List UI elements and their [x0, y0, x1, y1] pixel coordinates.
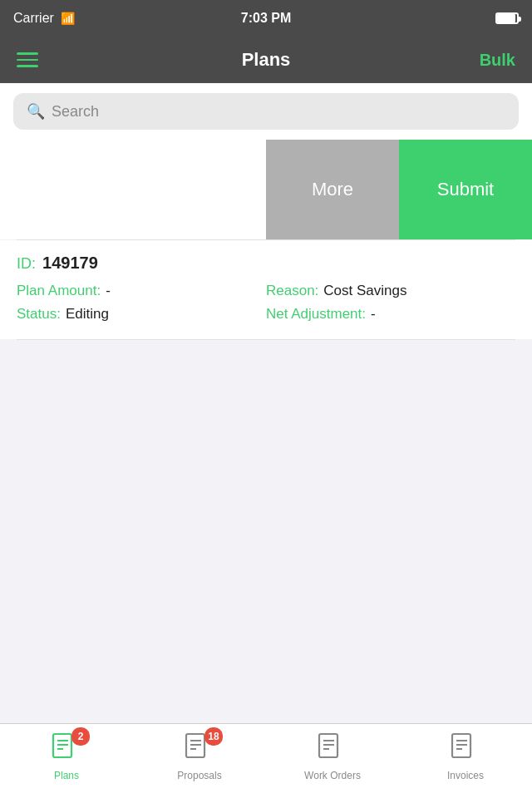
search-icon: 🔍 — [27, 102, 45, 121]
tab-work-orders[interactable]: Work Orders — [266, 732, 399, 781]
status-bar-time: 7:03 PM — [241, 11, 291, 26]
work-orders-doc-icon — [318, 732, 344, 764]
status-item: Status: Editing — [17, 306, 266, 323]
plans-icon-wrap: 2 — [52, 732, 81, 766]
proposals-tab-label: Proposals — [177, 770, 221, 781]
plans-badge: 2 — [71, 727, 90, 746]
work-orders-tab-label: Work Orders — [304, 770, 361, 781]
net-adjustment-2-value: - — [371, 306, 376, 323]
more-button[interactable]: More — [266, 140, 399, 239]
wifi-icon: 📶 — [61, 12, 75, 25]
status-bar-left: Carrier 📶 — [13, 11, 75, 26]
status-bar: Carrier 📶 7:03 PM — [0, 0, 532, 37]
tab-bar: 2 Plans 18 Proposals Work Orders — [0, 723, 532, 798]
id-row: ID: 149179 — [17, 254, 515, 273]
search-placeholder: Search — [52, 103, 99, 121]
proposals-badge: 18 — [204, 727, 223, 746]
plan-amount-item: Plan Amount: - — [17, 283, 266, 299]
tab-proposals[interactable]: 18 Proposals — [133, 732, 266, 781]
bulk-button[interactable]: Bulk — [480, 51, 515, 70]
battery-icon — [495, 12, 519, 24]
invoices-icon-wrap — [451, 732, 480, 766]
work-orders-icon-wrap — [318, 732, 347, 766]
plans-tab-label: Plans — [54, 770, 79, 781]
id-value: 149179 — [42, 254, 98, 273]
separator-2 — [17, 339, 515, 340]
menu-button[interactable] — [17, 52, 38, 67]
submit-button[interactable]: Submit — [399, 140, 532, 239]
reason-2-value: Cost Savings — [323, 283, 406, 299]
status-value: Editing — [66, 306, 109, 323]
reason-row: Reason: Initial — [0, 156, 249, 174]
tab-plans[interactable]: 2 Plans — [0, 732, 133, 781]
list-item-2: ID: 149179 Plan Amount: - Reason: Cost S… — [0, 240, 532, 339]
swipe-actions-1: More Submit — [266, 140, 532, 239]
nav-title: Plans — [242, 49, 291, 71]
net-adjustment-row: Net Adjustment: $6,0... — [0, 179, 249, 196]
search-container: 🔍 Search — [0, 83, 532, 140]
reason-2-item: Reason: Cost Savings — [266, 283, 515, 299]
plan-amount-value: - — [106, 283, 111, 299]
search-bar[interactable]: 🔍 Search — [13, 93, 519, 130]
reason-2-label: Reason: — [266, 283, 318, 299]
list-item-1: Reason: Initial Net Adjustment: $6,0... — [0, 140, 266, 218]
invoices-tab-label: Invoices — [447, 770, 484, 781]
proposals-icon-wrap: 18 — [185, 732, 214, 766]
id-label: ID: — [17, 255, 36, 273]
invoices-doc-icon — [451, 732, 477, 764]
status-label: Status: — [17, 306, 61, 323]
list-item-wrapper-1: More Submit Reason: Initial Net Adjustme… — [0, 140, 532, 239]
net-adjustment-2-item: Net Adjustment: - — [266, 306, 515, 323]
nav-bar: Plans Bulk — [0, 37, 532, 83]
net-adjustment-2-label: Net Adjustment: — [266, 306, 366, 323]
tab-invoices[interactable]: Invoices — [399, 732, 532, 781]
details-grid: Plan Amount: - Reason: Cost Savings Stat… — [17, 283, 515, 323]
plan-amount-label: Plan Amount: — [17, 283, 101, 299]
carrier-label: Carrier — [13, 11, 54, 26]
